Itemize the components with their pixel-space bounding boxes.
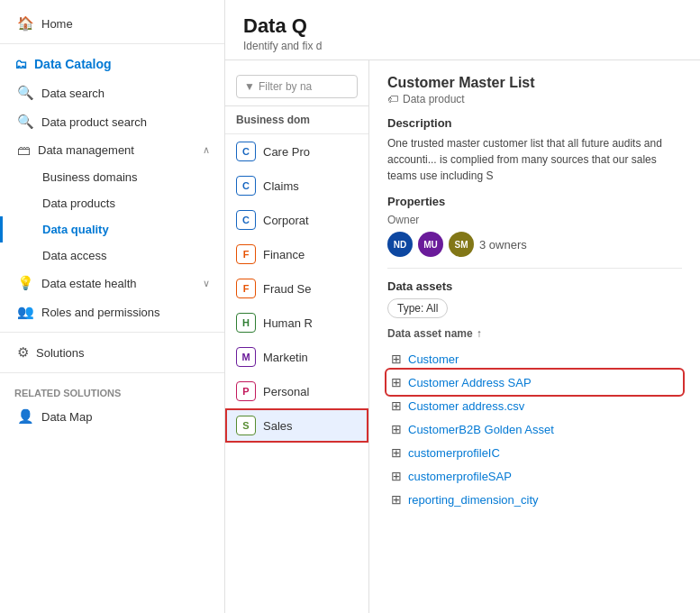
domain-badge: P	[236, 381, 256, 401]
main-content: Data Q Identify and fix d ▼ Filter by na…	[225, 0, 700, 613]
asset-item[interactable]: Customer	[387, 347, 682, 371]
asset-name-header: Data asset name ↑	[387, 327, 682, 340]
page-subtitle: Identify and fix d	[243, 40, 682, 52]
domain-item[interactable]: H Human R	[225, 306, 368, 340]
detail-title: Customer Master List	[387, 75, 682, 91]
owners-count: 3 owners	[479, 238, 527, 252]
domain-label: Care Pro	[263, 145, 310, 159]
data-assets-heading: Data assets	[387, 279, 682, 293]
sidebar-item-data-access[interactable]: Data access	[0, 242, 224, 269]
description-text: One trusted master customer list that al…	[387, 135, 682, 184]
table-icon	[391, 445, 402, 460]
filter-icon: ▼	[244, 80, 255, 93]
domain-label: Fraud Se	[263, 282, 311, 296]
asset-name: CustomerB2B Golden Asset	[408, 423, 554, 436]
avatar-nd: ND	[387, 232, 413, 257]
sidebar-item-solutions[interactable]: ⚙ Solutions	[0, 338, 224, 367]
type-filter[interactable]: Type: All	[387, 298, 448, 318]
product-search-icon: 🔍	[17, 114, 34, 130]
domain-item[interactable]: C Claims	[225, 169, 368, 203]
asset-name: customerprofileIC	[408, 446, 500, 460]
home-icon: 🏠	[17, 15, 34, 32]
section-divider	[387, 268, 682, 269]
domains-panel: ▼ Filter by na Business dom C Care Pro C…	[225, 60, 369, 613]
asset-name: Customer address.csv	[408, 399, 524, 413]
data-assets-section: Data assets Type: All Data asset name ↑ …	[387, 279, 682, 511]
assets-list: Customer Customer Address SAP Customer a…	[387, 347, 682, 511]
domain-badge: F	[236, 244, 256, 264]
page-title: Data Q	[243, 14, 682, 38]
detail-panel: Customer Master List 🏷 Data product Desc…	[369, 60, 700, 613]
domain-label: Marketin	[263, 351, 308, 364]
domain-item[interactable]: M Marketin	[225, 340, 368, 374]
domains-header: Business dom	[225, 106, 368, 134]
filter-input[interactable]: ▼ Filter by na	[236, 75, 358, 98]
asset-item[interactable]: customerprofileIC	[387, 441, 682, 464]
domains-list: C Care Pro C Claims C Corporat F Finance…	[225, 134, 368, 443]
domain-label: Human R	[263, 316, 313, 330]
roles-icon: 👥	[17, 304, 34, 320]
search-icon: 🔍	[17, 85, 34, 101]
domain-label: Personal	[263, 385, 309, 398]
sidebar-item-business-domains[interactable]: Business domains	[0, 164, 224, 190]
sidebar: 🏠 Home 🗂 Data Catalog 🔍 Data search 🔍 Da…	[0, 0, 225, 613]
domain-item[interactable]: F Fraud Se	[225, 271, 368, 306]
domain-badge: F	[236, 279, 256, 298]
domain-item[interactable]: C Care Pro	[225, 134, 368, 169]
sidebar-item-data-quality[interactable]: Data quality	[0, 216, 224, 242]
domain-badge: C	[236, 210, 256, 230]
domain-badge: C	[236, 142, 256, 161]
domain-label: Corporat	[263, 214, 309, 227]
asset-item[interactable]: reporting_dimension_city	[387, 488, 682, 511]
asset-item[interactable]: customerprofileSAP	[387, 464, 682, 488]
asset-item[interactable]: Customer Address SAP	[387, 371, 682, 394]
owner-label: Owner	[387, 214, 682, 226]
properties-section: Properties Owner ND MU SM 3 owners	[387, 195, 682, 257]
domain-label: Finance	[263, 248, 305, 261]
owner-row: ND MU SM 3 owners	[387, 232, 682, 257]
domain-label: Sales	[263, 419, 293, 433]
main-body: ▼ Filter by na Business dom C Care Pro C…	[225, 60, 700, 613]
sidebar-item-data-estate-health[interactable]: 💡 Data estate health ∨	[0, 269, 224, 297]
domain-item[interactable]: C Corporat	[225, 203, 368, 237]
domain-badge: S	[236, 416, 256, 435]
asset-name: Customer	[408, 352, 459, 366]
domain-item[interactable]: F Finance	[225, 237, 368, 271]
health-icon: 💡	[17, 275, 34, 291]
domain-item[interactable]: S Sales	[225, 408, 368, 443]
domain-item[interactable]: P Personal	[225, 374, 368, 408]
data-catalog-header: 🗂 Data Catalog	[0, 50, 224, 78]
asset-name: reporting_dimension_city	[408, 493, 539, 507]
avatar-sm: SM	[449, 232, 474, 257]
sidebar-item-roles-permissions[interactable]: 👥 Roles and permissions	[0, 297, 224, 326]
domain-badge: M	[236, 347, 256, 367]
detail-subtitle: 🏷 Data product	[387, 93, 682, 105]
management-icon: 🗃	[17, 142, 31, 158]
sidebar-item-data-products[interactable]: Data products	[0, 190, 224, 216]
chevron-down-icon: ∨	[203, 278, 210, 289]
sidebar-item-data-product-search[interactable]: 🔍 Data product search	[0, 107, 224, 136]
asset-item[interactable]: CustomerB2B Golden Asset	[387, 417, 682, 441]
table-icon	[391, 492, 402, 507]
table-icon	[391, 375, 402, 389]
sidebar-item-home[interactable]: 🏠 Home	[0, 9, 224, 38]
main-header: Data Q Identify and fix d	[225, 0, 700, 60]
description-heading: Description	[387, 116, 682, 130]
domain-label: Claims	[263, 179, 299, 193]
sidebar-item-data-search[interactable]: 🔍 Data search	[0, 78, 224, 107]
related-solutions-label: Related solutions	[0, 379, 224, 402]
filter-bar: ▼ Filter by na	[225, 68, 368, 106]
solutions-icon: ⚙	[17, 344, 29, 361]
map-icon: 👤	[17, 408, 34, 425]
domain-badge: C	[236, 176, 256, 196]
table-icon	[391, 398, 402, 413]
avatar-mu: MU	[418, 232, 443, 257]
tag-icon: 🏷	[387, 93, 398, 105]
properties-heading: Properties	[387, 195, 682, 208]
table-icon	[391, 469, 402, 483]
table-icon	[391, 352, 402, 366]
asset-name: customerprofileSAP	[408, 470, 512, 483]
sidebar-item-data-map[interactable]: 👤 Data Map	[0, 402, 224, 431]
sidebar-item-data-management[interactable]: 🗃 Data management ∧	[0, 136, 224, 164]
asset-item[interactable]: Customer address.csv	[387, 394, 682, 417]
